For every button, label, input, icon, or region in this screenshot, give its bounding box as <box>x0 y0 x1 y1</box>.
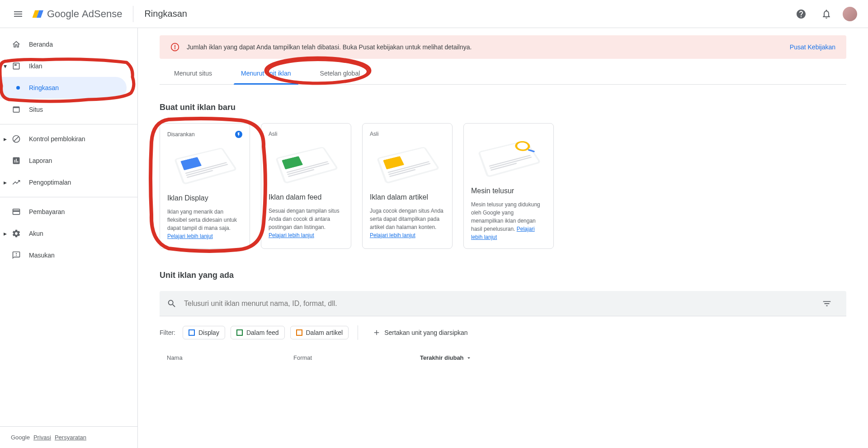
help-button[interactable] <box>792 5 810 23</box>
column-terakhir-diubah[interactable]: Terakhir diubah <box>420 354 472 361</box>
nav-beranda[interactable]: Beranda <box>0 33 137 55</box>
card-title: Iklan dalam feed <box>269 193 344 201</box>
card-illustration <box>167 142 242 187</box>
chip-label: Dalam artikel <box>306 329 343 336</box>
card-title: Iklan dalam artikel <box>370 193 445 201</box>
nav-pembayaran[interactable]: Pembayaran <box>0 201 137 223</box>
alert-text: Jumlah iklan yang dapat Anda tampilkan t… <box>187 43 790 51</box>
trending-icon <box>11 177 22 188</box>
card-desc: Sesuai dengan tampilan situs Anda dan co… <box>269 207 344 239</box>
page-title: Ringkasan <box>144 9 187 19</box>
privacy-link[interactable]: Privasi <box>33 434 51 441</box>
policy-center-link[interactable]: Pusat Kebijakan <box>790 43 835 51</box>
learn-more-link[interactable]: Pelajari lebih lanjut <box>167 233 213 239</box>
column-nama[interactable]: Nama <box>167 354 293 361</box>
card-desc: Juga cocok dengan situs Anda serta dapat… <box>370 207 445 239</box>
include-archived-button[interactable]: Sertakan unit yang diarsipkan <box>367 326 473 339</box>
archive-label: Sertakan unit yang diarsipkan <box>384 329 467 336</box>
tab-setelan-global[interactable]: Setelan global <box>306 62 375 84</box>
home-icon <box>11 39 22 50</box>
card-badge: Asli <box>269 131 344 137</box>
chart-icon <box>11 155 22 166</box>
filter-divider <box>358 325 358 340</box>
card-title: Iklan Display <box>167 194 242 202</box>
caret-right-icon: ▸ <box>4 230 8 237</box>
nav-label: Situs <box>29 106 43 113</box>
card-iklan-dalam-feed[interactable]: Asli Iklan dalam feed Sesuai dengan tamp… <box>261 123 351 249</box>
column-format[interactable]: Format <box>293 354 420 361</box>
account-avatar[interactable] <box>843 7 857 21</box>
nav-iklan[interactable]: ▾ Iklan <box>0 55 137 77</box>
plus-icon <box>373 329 381 337</box>
product-name: Google AdSense <box>47 8 122 20</box>
nav-pengoptimalan[interactable]: ▸ Pengoptimalan <box>0 172 137 193</box>
gear-icon <box>11 228 22 239</box>
caret-right-icon: ▸ <box>4 179 8 186</box>
header-divider <box>133 6 133 22</box>
card-badge: Asli <box>370 131 445 137</box>
nav-masukan[interactable]: Masukan <box>0 244 137 266</box>
sidebar-footer: Google Privasi Persyaratan <box>0 426 137 448</box>
recommended-icon <box>235 131 242 138</box>
notifications-button[interactable] <box>817 5 835 23</box>
existing-section-heading: Unit iklan yang ada <box>160 271 846 280</box>
nav-laporan[interactable]: Laporan <box>0 150 137 172</box>
swatch-icon <box>189 329 195 336</box>
nav-label: Masukan <box>29 252 55 259</box>
product-logo[interactable]: Google AdSense <box>31 8 122 20</box>
bell-icon <box>821 9 832 19</box>
card-iklan-dalam-artikel[interactable]: Asli Iklan dalam artikel Juga cocok deng… <box>362 123 453 249</box>
svg-rect-0 <box>14 64 17 66</box>
filter-icon[interactable] <box>822 299 832 309</box>
card-illustration <box>370 141 445 186</box>
nav-label: Ringkasan <box>29 84 59 91</box>
swatch-icon <box>236 329 243 336</box>
nav-label: Iklan <box>29 62 42 70</box>
menu-button[interactable] <box>7 3 29 25</box>
chip-label: Dalam feed <box>246 329 279 336</box>
nav-label: Kontrol pemblokiran <box>29 135 85 143</box>
adsense-logo-icon <box>31 8 43 20</box>
arrow-down-icon <box>466 355 472 361</box>
nav-situs[interactable]: Situs <box>0 99 137 120</box>
caret-down-icon: ▾ <box>4 62 8 70</box>
search-bar <box>160 291 846 316</box>
chip-dalam-artikel[interactable]: Dalam artikel <box>290 326 349 339</box>
nav-label: Pembayaran <box>29 208 65 215</box>
card-badge: Disarankan <box>167 131 242 138</box>
nav-label: Laporan <box>29 157 52 164</box>
search-input[interactable] <box>184 300 822 308</box>
nav-label: Beranda <box>29 41 53 48</box>
learn-more-link[interactable]: Pelajari lebih lanjut <box>370 232 415 238</box>
site-icon <box>11 104 22 115</box>
nav-akun[interactable]: ▸ Akun <box>0 223 137 244</box>
filter-label: Filter: <box>160 329 175 336</box>
chip-display[interactable]: Display <box>183 326 225 339</box>
main-content: Jumlah iklan yang dapat Anda tampilkan t… <box>138 28 868 448</box>
card-mesin-telusur[interactable]: Mesin telusur Mesin telusur yang didukun… <box>463 123 554 249</box>
ad-unit-cards: Disarankan Iklan Display Iklan yang mena… <box>160 123 846 249</box>
card-iklan-display[interactable]: Disarankan Iklan Display Iklan yang mena… <box>160 123 250 249</box>
caret-right-icon: ▸ <box>4 135 8 143</box>
policy-alert: Jumlah iklan yang dapat Anda tampilkan t… <box>160 35 846 59</box>
chip-dalam-feed[interactable]: Dalam feed <box>231 326 285 339</box>
learn-more-link[interactable]: Pelajari lebih lanjut <box>269 232 314 238</box>
chip-label: Display <box>198 329 219 336</box>
tabs: Menurut situs Menurut unit iklan Setelan… <box>160 62 846 85</box>
card-illustration <box>471 134 546 180</box>
nav-kontrol-pemblokiran[interactable]: ▸ Kontrol pemblokiran <box>0 128 137 150</box>
error-icon <box>170 43 179 52</box>
search-icon <box>167 299 177 309</box>
tab-menurut-unit-iklan[interactable]: Menurut unit iklan <box>226 62 306 84</box>
card-desc: Mesin telusur yang didukung oleh Google … <box>471 200 546 241</box>
nav-divider <box>0 124 137 124</box>
filter-row: Filter: Display Dalam feed Dalam artikel… <box>160 325 846 340</box>
table-header: Nama Format Terakhir diubah <box>160 354 846 367</box>
ad-icon <box>11 61 22 71</box>
tab-menurut-situs[interactable]: Menurut situs <box>160 62 226 84</box>
feedback-icon <box>11 250 22 261</box>
block-icon <box>11 133 22 144</box>
nav-ringkasan[interactable]: Ringkasan <box>0 77 127 99</box>
terms-link[interactable]: Persyaratan <box>55 434 86 441</box>
card-title: Mesin telusur <box>471 187 546 195</box>
